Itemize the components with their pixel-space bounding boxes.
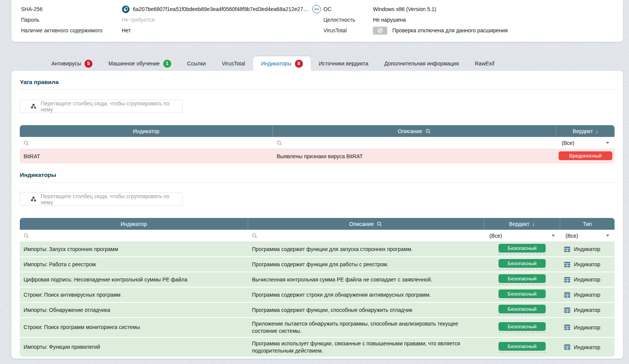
indicator-row[interactable]: Импорты: Обнаружение отладчика Программа… <box>20 303 615 317</box>
description-cell: Программа содержит функции для работы с … <box>248 259 484 270</box>
verdict-badge-wrap[interactable]: Вредоносный <box>559 151 612 161</box>
yara-filter-row: (Все) <box>20 137 615 149</box>
indicator-cell: Импорты: Функции привилегий <box>20 341 248 353</box>
indicators-table-header: Индикатор Описание Вердикт↓ Тип <box>20 218 615 230</box>
indicator-cell: Импорты: Запуск сторонних программ <box>20 243 248 255</box>
yara-group-drop-zone[interactable]: Перетащите столбец сюда, чтобы сгруппиро… <box>20 100 183 113</box>
tab-machine-learning[interactable]: Машинное обучение1 <box>100 56 179 71</box>
indicator-row[interactable]: Импорты: Работа с реестром Программа сод… <box>20 257 615 272</box>
type-cell: Индикатор <box>560 324 615 331</box>
group-hint-text: Перетащите столбец сюда, чтобы сгруппиро… <box>41 100 182 113</box>
search-icon <box>24 233 29 238</box>
file-summary-left-column: SHA-256 6a207be6807f1ea51f0bdeeb89e3ea4f… <box>21 4 323 36</box>
group-by-icon <box>30 196 37 202</box>
type-cell: Индикатор <box>560 344 615 350</box>
indicators-description-filter-input[interactable] <box>260 233 454 239</box>
description-cell: Программа содержит функции, способные об… <box>248 304 484 316</box>
tab-count-badge: 1 <box>163 60 171 68</box>
virustotal-row: VirusTotal Проверка отключена для данног… <box>323 25 613 36</box>
verdict-badge-wrap[interactable]: Безопасный <box>498 274 546 285</box>
sort-desc-icon: ↓ <box>596 128 598 134</box>
virustotal-label: VirusTotal <box>323 27 373 33</box>
table-grid-icon <box>564 246 570 252</box>
yara-description-cell: Выявлены признаки вируса BitRAT <box>273 151 556 162</box>
indicators-col-type[interactable]: Тип <box>560 218 615 230</box>
description-cell: Программа использует функции, связанные … <box>248 338 484 357</box>
verdict-badge-wrap[interactable]: Безопасный <box>498 342 546 353</box>
chevron-down-icon <box>552 235 555 237</box>
indicator-row[interactable]: Строки: Поиск программ мониторинга систе… <box>20 318 615 337</box>
verdict-badge-malicious: Вредоносный <box>559 151 612 160</box>
indicator-row[interactable]: Цифровая подпись: Несовпадение контрольн… <box>20 272 615 287</box>
verdict-badge-wrap[interactable]: Безопасный <box>498 259 546 270</box>
indicators-col-indicator[interactable]: Индикатор <box>20 218 248 230</box>
yara-description-filter-input[interactable] <box>285 140 519 146</box>
yara-col-verdict[interactable]: Вердикт↓ <box>556 125 615 137</box>
verdict-badge-safe: Безопасный <box>498 322 546 331</box>
yara-section-title: Yara правила <box>20 71 615 90</box>
type-cell: Индикатор <box>560 246 615 252</box>
verdict-badge-safe: Безопасный <box>498 259 546 268</box>
type-cell: Индикатор <box>560 292 615 298</box>
yara-col-description[interactable]: Описание <box>273 125 556 137</box>
copy-icon[interactable] <box>122 5 130 13</box>
file-summary-right-column: ОС Windows x86 (Version 5.1) Целостность… <box>323 4 613 36</box>
indicators-verdict-filter-select[interactable]: (Все) <box>484 230 560 242</box>
integrity-row: Целостность Не нарушена <box>323 14 613 25</box>
indicators-col-description[interactable]: Описание <box>248 218 484 230</box>
type-cell: Индикатор <box>560 307 615 313</box>
indicator-row[interactable]: Импорты: Функции привилегий Программа ис… <box>20 338 615 357</box>
chevron-down-icon <box>606 235 609 237</box>
virustotal-value: Проверка отключена для данного расширени… <box>392 27 508 33</box>
description-cell: Программа содержит функции для запуска с… <box>248 243 484 255</box>
tab-virustotal[interactable]: VirusTotal <box>214 56 253 71</box>
indicators-filter-row: (Все) (Все) <box>20 230 615 242</box>
indicators-type-filter-select[interactable]: (Все) <box>560 230 615 242</box>
more-actions-button[interactable] <box>312 5 321 13</box>
yara-indicator-filter-input[interactable] <box>32 140 240 146</box>
indicators-table: Индикатор Описание Вердикт↓ Тип (Все) <box>20 218 615 357</box>
description-cell: Приложение пытается обнаружить программы… <box>248 318 484 337</box>
os-row: ОС Windows x86 (Version 5.1) <box>323 4 613 14</box>
table-grid-icon <box>564 307 570 313</box>
indicators-group-drop-zone[interactable]: Перетащите столбец сюда, чтобы сгруппиро… <box>20 192 183 206</box>
active-content-value: Нет <box>122 27 323 33</box>
indicators-indicator-filter-input[interactable] <box>32 233 220 239</box>
group-by-icon <box>30 103 37 109</box>
verdict-badge-wrap[interactable]: Безопасный <box>498 322 546 333</box>
verdict-badge-wrap[interactable]: Безопасный <box>498 244 546 254</box>
tab-antiviruses[interactable]: Антивирусы5 <box>43 56 100 71</box>
description-cell: Вычисленная контрольная сумма PE файла н… <box>248 274 484 286</box>
report-tabs: Антивирусы5 Машинное обучение1 Ссылки Vi… <box>11 56 623 71</box>
search-icon <box>277 140 282 146</box>
type-cell: Индикатор <box>560 277 615 283</box>
integrity-value: Не нарушена <box>373 17 613 23</box>
verdict-badge-wrap[interactable]: Безопасный <box>498 305 546 315</box>
yara-table-header: Индикатор Описание Вердикт↓ <box>20 125 615 137</box>
active-content-label: Наличие активного содержимого <box>21 27 122 33</box>
indicator-cell: Цифровая подпись: Несовпадение контрольн… <box>20 274 248 286</box>
search-icon <box>24 140 29 146</box>
os-value: Windows x86 (Version 5.1) <box>373 6 613 12</box>
verdict-badge-wrap[interactable]: Безопасный <box>498 289 546 300</box>
indicator-row[interactable]: Импорты: Запуск сторонних программ Прогр… <box>20 242 615 256</box>
indicator-row[interactable]: Строки: Поиск антивирусных программ Прог… <box>20 288 615 302</box>
tab-additional-info[interactable]: Дополнительная информация <box>376 56 467 71</box>
yara-indicator-cell: BitRAT <box>20 151 273 162</box>
table-grid-icon <box>564 344 570 350</box>
verdict-badge-safe: Безопасный <box>498 305 546 313</box>
yara-verdict-filter-select[interactable]: (Все) <box>556 137 615 149</box>
ellipsis-icon <box>314 8 319 10</box>
tab-links[interactable]: Ссылки <box>179 56 214 71</box>
yara-table-row[interactable]: BitRAT Выявлены признаки вируса BitRAT В… <box>20 149 615 164</box>
tab-indicators[interactable]: Индикаторы8 <box>253 56 311 71</box>
yara-col-indicator[interactable]: Индикатор <box>20 125 273 137</box>
verdict-badge-safe: Безопасный <box>498 274 546 283</box>
indicators-col-verdict[interactable]: Вердикт↓ <box>484 218 560 230</box>
tab-verdict-sources[interactable]: Источники вердикта <box>311 56 376 71</box>
indicator-cell: Импорты: Обнаружение отладчика <box>20 304 248 316</box>
tab-rawexif[interactable]: RawExif <box>467 56 502 71</box>
indicators-section-title: Индикаторы <box>20 164 615 183</box>
verdict-badge-safe: Безопасный <box>498 289 546 298</box>
verdict-badge-safe: Безопасный <box>498 244 546 253</box>
